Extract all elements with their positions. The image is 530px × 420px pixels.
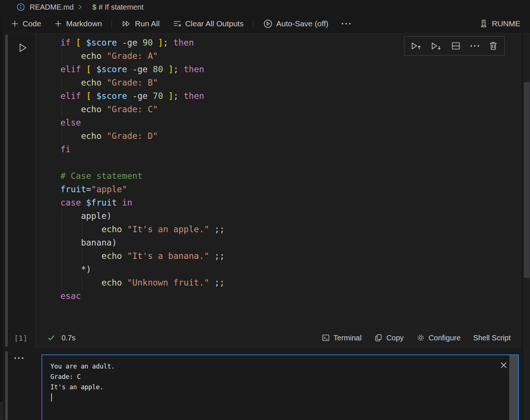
code-line: echo "Grade: B" [60, 76, 520, 89]
execute-above-icon[interactable] [411, 41, 422, 51]
add-code-label: Code [23, 19, 41, 28]
output-focus-bar[interactable] [5, 351, 8, 420]
breadcrumb-file[interactable]: README.md [30, 3, 74, 11]
code-token: echo [102, 278, 122, 287]
auto-save-toggle[interactable]: Auto-Save (off) [263, 19, 328, 29]
add-code-cell-button[interactable]: Code [10, 19, 41, 28]
cell-language-picker[interactable]: Shell Script [473, 334, 511, 342]
code-line: elif [ $score -ge 80 ]; then [60, 63, 520, 76]
code-token [117, 198, 122, 207]
code-token: fruit [60, 184, 86, 194]
code-token [153, 38, 158, 47]
code-token: elif [60, 64, 81, 74]
code-token: case [60, 198, 81, 207]
run-all-button[interactable]: Run All [122, 19, 160, 28]
check-icon [47, 333, 56, 342]
close-icon[interactable] [500, 361, 508, 369]
notebook-scrollbar[interactable] [523, 33, 530, 420]
code-token: echo [81, 131, 101, 141]
panel-corner [0, 403, 3, 420]
code-cell[interactable]: if [ $score -ge 90 ]; then echo "Grade: … [35, 33, 521, 347]
output-line: Grade: C [50, 371, 115, 382]
code-token: echo [81, 51, 101, 61]
indent-guide-icon [62, 129, 62, 143]
code-token: ;; [209, 278, 225, 287]
code-token [122, 251, 127, 261]
clear-all-outputs-button[interactable]: Clear All Outputs [172, 19, 244, 28]
code-token: "apple" [91, 184, 127, 194]
run-all-label: Run All [135, 19, 160, 28]
code-token: "Grade: D" [107, 131, 158, 141]
cell-output-terminal[interactable]: You are an adult.Grade: CIt's an apple. [42, 354, 519, 420]
code-token [60, 78, 81, 87]
runme-label: RUNME [492, 19, 520, 28]
editor-group-edge [0, 14, 3, 420]
cell-toolbar [404, 36, 505, 56]
code-token: in [122, 198, 132, 207]
code-token [163, 64, 168, 74]
scrollbar-thumb[interactable] [524, 82, 530, 278]
indent-guide-icon [82, 276, 82, 289]
code-token: [ [86, 91, 91, 101]
play-outline-icon [17, 42, 28, 53]
code-token: banana) [60, 238, 117, 247]
code-token: esac [60, 291, 81, 301]
code-token: ; [173, 91, 184, 101]
breadcrumb-cell-symbol: $ [92, 3, 96, 11]
configure-status-button[interactable]: Configure [416, 333, 461, 342]
breadcrumb: README.md $ # If statement [0, 0, 530, 14]
code-token [60, 224, 102, 234]
code-token [102, 51, 107, 61]
code-token: "Grade: B" [107, 78, 158, 87]
run-cell-button[interactable] [16, 41, 29, 54]
terminal-cursor [51, 393, 52, 401]
code-token: $score [86, 38, 117, 47]
gear-icon [416, 333, 425, 342]
indent-guide-icon [62, 209, 62, 223]
code-token [60, 131, 81, 141]
plus-icon [54, 19, 63, 28]
indent-guide-icon [82, 223, 82, 236]
code-line: fi [60, 143, 520, 156]
code-token [102, 104, 107, 114]
code-token: ] [158, 38, 163, 47]
toolbar-more-button[interactable] [341, 22, 351, 25]
indent-guide-icon [62, 249, 62, 263]
auto-save-label: Auto-Save (off) [276, 19, 328, 28]
breadcrumb-cell-title[interactable]: # If statement [99, 3, 143, 11]
output-more-button[interactable] [13, 356, 24, 360]
indent-guide-icon [62, 223, 62, 236]
code-line: echo "Grade: C" [60, 103, 520, 116]
ellipsis-icon [341, 22, 351, 25]
code-token: # Case statement [60, 171, 143, 181]
cell-focus-bar[interactable] [5, 34, 8, 347]
execute-below-icon[interactable] [431, 41, 442, 51]
code-token [122, 278, 127, 287]
code-editor[interactable]: if [ $score -ge 90 ]; then echo "Grade: … [36, 36, 520, 316]
code-line: echo "Unknown fruit." ;; [60, 276, 520, 289]
more-icon[interactable] [470, 44, 480, 47]
code-token: ; [173, 64, 184, 74]
code-token [71, 38, 76, 47]
add-markdown-cell-button[interactable]: Markdown [54, 19, 102, 28]
configure-label: Configure [428, 334, 461, 342]
indent-guide-icon [62, 276, 62, 289]
copy-status-button[interactable]: Copy [374, 333, 404, 342]
cell-status-bar: 0.7s Terminal Copy [36, 329, 520, 347]
code-token: *) [60, 264, 91, 274]
notebook-editor: README.md $ # If statement Code Markdown… [0, 0, 530, 420]
code-token: 80 [153, 64, 163, 74]
output-scrollbar[interactable] [509, 355, 518, 420]
code-token: -ge [127, 64, 153, 74]
scrollbar-divider [523, 33, 523, 420]
split-cell-icon[interactable] [451, 41, 461, 51]
add-markdown-label: Markdown [66, 19, 102, 28]
copy-icon [374, 333, 383, 342]
runme-button[interactable]: RUNME [479, 19, 520, 29]
code-token [102, 131, 107, 141]
terminal-status-button[interactable]: Terminal [321, 333, 362, 342]
output-line: It's an apple. [50, 382, 115, 392]
delete-cell-icon[interactable] [488, 41, 498, 51]
code-token: ;; [209, 251, 225, 261]
code-token [60, 104, 81, 114]
